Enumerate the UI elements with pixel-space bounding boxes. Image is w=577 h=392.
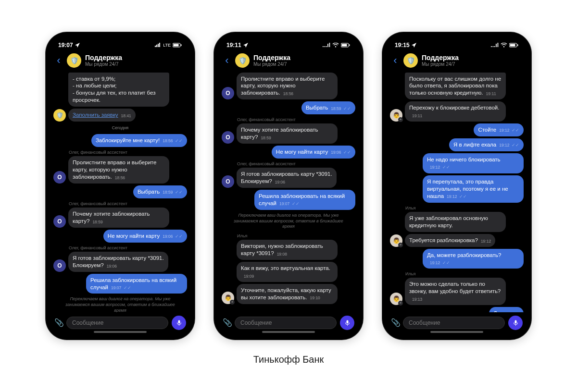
message-out[interactable]: Решила заблокировать на всякий случай19:… — [53, 274, 187, 294]
chat-subtitle: Мы рядом 24/7 — [85, 61, 186, 67]
read-checks-icon: ✓✓ — [342, 106, 351, 111]
sender-label: Олег, финансовый ассистент — [69, 201, 187, 206]
phone-notch — [423, 37, 490, 48]
avatar-oleg: О — [222, 87, 234, 99]
home-indicator[interactable] — [94, 331, 147, 333]
sender-label: Олег, финансовый ассистент — [69, 150, 187, 155]
attach-icon[interactable]: 📎 — [54, 318, 63, 327]
message-in[interactable]: Я уже заблокировал основную кредитную ка… — [390, 212, 524, 232]
message-time: 18:41 — [121, 113, 131, 119]
message-in[interactable]: 👨+ Это можно сделать только по звонку, в… — [390, 278, 524, 305]
message-time: 19:13 ✓ — [503, 312, 519, 312]
avatar-spacer — [222, 270, 234, 282]
chat-body[interactable]: - ставка от 9,9%;- на любые цели;- бонус… — [50, 72, 190, 312]
message-in[interactable]: 👨+ Перехожу к блокировке дебетовой.19:11 — [390, 101, 524, 122]
message-in[interactable]: Как я вижу, это виртуальная карта.19:09 — [222, 262, 355, 282]
message-out[interactable]: Я в лифте ехала19:12 ✓✓ — [390, 138, 524, 151]
read-checks-icon: ✓✓ — [441, 260, 450, 265]
message-text: Я перепутала, это правда виртуальная, по… — [427, 179, 508, 199]
message-in[interactable]: 🛡️ Заполнить заявку18:41 — [53, 109, 187, 122]
message-in[interactable]: О Пролистните вправо и выберите карту, к… — [53, 156, 187, 184]
svg-rect-1 — [174, 44, 179, 46]
mic-button[interactable] — [340, 316, 354, 330]
chat-header: ‹ 🛡️ Поддержка Мы рядом 24/7 — [50, 51, 190, 72]
chat-body[interactable]: Поскольку от вас слишком долго не было о… — [387, 72, 527, 312]
message-text: Я готов заблокировать карту *3091.Блокир… — [241, 171, 332, 184]
mic-icon — [344, 319, 351, 326]
avatar-spacer — [390, 87, 402, 99]
message-text: Почему хотите заблокировать карту? — [73, 211, 150, 224]
svg-rect-8 — [517, 44, 518, 46]
attach-icon[interactable]: 📎 — [223, 318, 231, 327]
status-indicators: LTE — [154, 43, 182, 48]
avatar-spacer — [390, 220, 402, 232]
attach-icon[interactable]: 📎 — [391, 318, 400, 327]
chat-title: Поддержка — [422, 54, 523, 61]
message-in[interactable]: О Почему хотите заблокировать карту?18:5… — [53, 208, 187, 228]
message-input[interactable]: Сообщение — [403, 317, 505, 329]
chat-subtitle: Мы рядом 24/7 — [422, 61, 523, 67]
message-out[interactable]: Выбрать18:59 ✓✓ — [53, 185, 187, 198]
message-in[interactable]: О Пролистните вправо и выберите карту, к… — [222, 73, 355, 100]
message-out[interactable]: Да19:13 ✓ — [390, 307, 524, 312]
avatar-spacer — [222, 247, 234, 260]
message-text: Выбрать — [138, 189, 160, 195]
svg-rect-5 — [349, 44, 350, 46]
mic-button[interactable] — [172, 316, 186, 330]
message-link[interactable]: Заполнить заявку — [73, 112, 118, 118]
sender-label: Илья — [405, 206, 524, 210]
message-time: 18:59 ✓✓ — [331, 106, 351, 112]
message-text: Я уже заблокировал основную кредитную ка… — [409, 215, 488, 228]
avatar-oleg: О — [53, 259, 66, 272]
message-time: 18:56 — [283, 91, 293, 97]
message-time: 18:56 ✓✓ — [163, 138, 183, 144]
read-checks-icon: ✓✓ — [290, 201, 300, 206]
message-in[interactable]: О Я готов заблокировать карту *3091.Блок… — [222, 168, 355, 188]
svg-rect-2 — [181, 44, 182, 46]
message-out[interactable]: Стойте19:12 ✓✓ — [390, 123, 524, 136]
avatar-ilya: 👨+ — [390, 234, 402, 247]
phones-row: 19:07 LTE ‹ 🛡️ Поддержка Мы рядом 24/7 -… — [46, 32, 531, 340]
message-text: Решила заблокировать на всякий случай — [259, 193, 345, 206]
message-time: 19:06 ✓✓ — [163, 234, 183, 240]
sender-label: Олег, финансовый ассистент — [237, 161, 355, 166]
message-in[interactable]: О Я готов заблокировать карту *3091.Блок… — [53, 252, 187, 272]
message-out[interactable]: Выбрать18:59 ✓✓ — [222, 101, 355, 114]
message-out[interactable]: Да, можете разблокировать?19:12 ✓✓ — [390, 249, 524, 269]
mic-icon — [176, 319, 182, 326]
message-input[interactable]: Сообщение — [235, 317, 337, 329]
avatar-oleg: О — [53, 215, 66, 228]
home-indicator[interactable] — [262, 331, 315, 333]
message-time: 19:12 ✓✓ — [447, 194, 467, 200]
message-out[interactable]: Не могу найти карту19:06 ✓✓ — [222, 146, 355, 159]
message-time: 19:12 ✓✓ — [430, 165, 450, 171]
message-in[interactable]: - ставка от 9,9%;- на любые цели;- бонус… — [53, 73, 187, 107]
home-indicator[interactable] — [430, 331, 483, 333]
message-out[interactable]: Не надо ничего блокировать19:12 ✓✓ — [390, 153, 524, 173]
avatar-ilya: 👨+ — [390, 109, 402, 122]
message-in[interactable]: Виктория, нужно заблокировать карту *309… — [222, 240, 355, 260]
system-message: Переключаем ваш диалог на оператора. Мы … — [53, 294, 187, 312]
avatar-ilya: 👨+ — [390, 293, 402, 305]
back-button[interactable]: ‹ — [54, 54, 63, 67]
message-in[interactable]: Поскольку от вас слишком долго не было о… — [390, 73, 524, 100]
message-in[interactable]: О Почему хотите заблокировать карту?18:5… — [222, 123, 355, 144]
message-in[interactable]: 👨+ Требуется разблокировка?19:12 — [390, 234, 524, 247]
message-time: 19:09 — [244, 274, 254, 279]
message-time: 19:06 — [275, 180, 285, 185]
back-button[interactable]: ‹ — [391, 54, 400, 67]
status-time: 19:15 — [395, 42, 410, 49]
header-avatar[interactable]: 🛡️ — [67, 53, 81, 68]
message-in[interactable]: 👨+ Уточните, пожалуйста, какую карту вы … — [222, 284, 355, 304]
message-out[interactable]: Я перепутала, это правда виртуальная, по… — [390, 175, 524, 203]
message-out[interactable]: Заблокируйте мне карту!18:56 ✓✓ — [53, 134, 187, 147]
message-input[interactable]: Сообщение — [66, 317, 168, 329]
back-button[interactable]: ‹ — [223, 54, 231, 67]
mic-button[interactable] — [508, 316, 523, 330]
chat-body[interactable]: О Пролистните вправо и выберите карту, к… — [219, 72, 358, 312]
header-avatar[interactable]: 🛡️ — [403, 53, 418, 68]
message-text: Как я вижу, это виртуальная карта. — [241, 265, 330, 271]
message-out[interactable]: Не могу найти карту19:06 ✓✓ — [53, 230, 187, 243]
message-out[interactable]: Решила заблокировать на всякий случай19:… — [222, 190, 355, 210]
header-avatar[interactable]: 🛡️ — [235, 53, 250, 68]
